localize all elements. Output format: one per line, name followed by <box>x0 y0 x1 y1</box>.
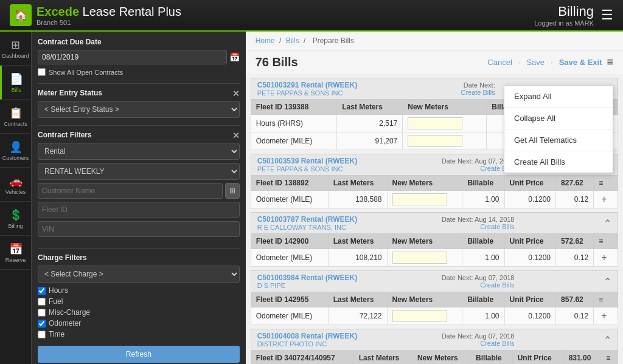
create-bills-0[interactable]: Create Bills <box>461 89 495 96</box>
create-bills-3[interactable]: Create Bills <box>480 281 514 289</box>
amount-header-3: 857.62 <box>556 292 594 307</box>
new-meter-input-0-0[interactable] <box>408 117 462 129</box>
amount-header-4: 831.00 <box>563 351 601 365</box>
save-link[interactable]: Save <box>526 58 545 67</box>
chevron-3[interactable]: ⌃ <box>604 276 611 287</box>
vehicles-label: Vehicles <box>5 189 26 195</box>
save-exit-link[interactable]: Save & Exit <box>559 58 602 67</box>
vehicles-icon: 🚗 <box>9 174 23 188</box>
sidebar-item-bills[interactable]: 📄 Bills <box>0 66 32 100</box>
new-meter-input-3-0[interactable] <box>392 310 447 322</box>
breadcrumb: Home / Bills / Prepare Bills <box>246 32 623 50</box>
sidebar-item-customers[interactable]: 👤 Customers <box>0 134 32 168</box>
last-meters-header-3: Last Meters <box>328 292 387 307</box>
unit-price-1-0: 0.1200 <box>504 191 556 208</box>
create-all-bills-item[interactable]: Create All Bills <box>504 151 613 173</box>
collapse-all-item[interactable]: Collapse All <box>504 108 613 129</box>
cancel-link[interactable]: Cancel <box>487 58 512 67</box>
new-meter-input-1-0[interactable] <box>392 193 447 205</box>
app-branding: 🏠 Excede Lease Rental Plus Branch 501 <box>10 4 181 26</box>
contract-due-date-input[interactable] <box>38 50 227 64</box>
dropdown-menu: Expand All Collapse All Get All Telemati… <box>504 85 613 173</box>
sidebar-item-vehicles[interactable]: 🚗 Vehicles <box>0 168 32 202</box>
bills-icon: 📄 <box>10 72 23 86</box>
row-plus-1-0[interactable]: + <box>599 194 609 205</box>
last-meter-0-0: 2,517 <box>337 115 403 132</box>
top-nav-right: Billing Logged in as MARK ☰ <box>534 4 613 27</box>
contract-id-0[interactable]: C501003291 Rental (RWEEK) <box>257 81 358 89</box>
create-bills-2[interactable]: Create Bills <box>480 223 514 230</box>
charge-misc-checkbox[interactable] <box>38 309 46 317</box>
contract-customer-1[interactable]: PETE PAPPAS & SONS INC <box>257 165 358 173</box>
billing-nav-label: Billing <box>8 223 23 229</box>
contract-id-1[interactable]: C501003539 Rental (RWEEK) <box>257 157 358 165</box>
select-charge-wrap: < Select Charge > <box>38 266 240 283</box>
meter-entry-close[interactable]: ✕ <box>232 89 240 98</box>
get-all-telematics-item[interactable]: Get All Telematics <box>504 129 613 151</box>
new-meters-header-3: New Meters <box>387 292 462 307</box>
show-all-open-checkbox[interactable]: Show All Open Contracts <box>38 68 240 76</box>
new-meter-input-2-0[interactable] <box>392 252 447 264</box>
chevron-4[interactable]: ⌃ <box>604 334 611 346</box>
charge-misc-label: Misc-Charge <box>49 308 90 317</box>
charge-filters-section: Charge Filters < Select Charge > Hours F… <box>38 253 240 364</box>
sidebar-item-billing[interactable]: 💲 Billing <box>0 202 32 236</box>
sidebar-item-dashboard[interactable]: ⊞ Dashboard <box>0 32 32 66</box>
sidebar-item-reserve[interactable]: 📅 Reserve <box>0 236 32 270</box>
filter2-select[interactable]: RENTAL WEEKLY <box>38 163 240 180</box>
home-icon[interactable]: 🏠 <box>10 4 32 26</box>
billable-header-3: Billable <box>462 292 504 307</box>
filter1-select[interactable]: Rental <box>38 143 240 160</box>
charge-hours-checkbox[interactable] <box>38 287 46 295</box>
unit-price-2-0: 0.1200 <box>504 249 556 267</box>
contract-id-3[interactable]: C501003984 Rental (RWEEK) <box>257 273 358 282</box>
contract-customer-0[interactable]: PETE PAPPAS & SONS INC <box>257 89 358 97</box>
dashboard-label: Dashboard <box>2 53 29 59</box>
logged-in-label: Logged in as MARK <box>534 19 594 27</box>
fleet-id-header-0: Fleet ID 139388 <box>251 100 337 115</box>
last-meters-header-0: Last Meters <box>337 100 403 115</box>
bills-label: Bills <box>12 87 22 93</box>
expand-all-item[interactable]: Expand All <box>504 86 613 108</box>
sidebar-item-contracts[interactable]: 📋 Contracts <box>0 100 32 134</box>
contract-customer-2[interactable]: R E CALLOWAY TRANS. INC <box>257 224 358 231</box>
contract-filters-close[interactable]: ✕ <box>232 131 240 140</box>
row-plus-3-0[interactable]: + <box>599 311 609 321</box>
bills-menu-button[interactable]: ≡ <box>607 56 613 69</box>
vin-input[interactable] <box>38 221 240 237</box>
charge-time-checkbox[interactable] <box>38 331 46 338</box>
last-meter-2-0: 108,210 <box>328 249 387 267</box>
new-meter-input-0-1[interactable] <box>408 135 462 147</box>
breadcrumb-bills[interactable]: Bills <box>286 36 299 45</box>
create-bills-4[interactable]: Create Bills <box>480 340 514 347</box>
fleet-id-header-4: Fleet ID 340724/140957 <box>251 351 353 365</box>
contract-customer-4[interactable]: DISTRICT PHOTO INC <box>257 340 358 348</box>
breadcrumb-home[interactable]: Home <box>256 36 275 45</box>
chevron-2[interactable]: ⌃ <box>604 218 611 229</box>
charge-fuel-label: Fuel <box>49 297 63 306</box>
customer-name-input[interactable] <box>38 183 223 199</box>
dashboard-icon: ⊞ <box>11 38 20 52</box>
contract-id-4[interactable]: C501004008 Rental (RWEEK) <box>257 332 358 340</box>
calendar-icon[interactable]: 📅 <box>229 52 240 62</box>
charge-fuel-checkbox[interactable] <box>38 298 46 306</box>
charge-time-label: Time <box>49 330 64 338</box>
fleet-id-input[interactable] <box>38 202 240 218</box>
last-meter-3-0: 72,122 <box>328 307 387 325</box>
refresh-button[interactable]: Refresh <box>38 346 240 363</box>
actions-header-1: ≡ <box>594 176 618 191</box>
actions-header-3: ≡ <box>594 292 618 307</box>
customers-icon: 👤 <box>9 140 23 154</box>
meter-entry-status-section: Meter Entry Status ✕ < Select Entry Stat… <box>38 89 240 118</box>
row-plus-2-0[interactable]: + <box>599 252 609 263</box>
sidebar-wrapper: ⊞ Dashboard 📄 Bills 📋 Contracts 👤 Custom… <box>0 32 246 364</box>
contract-id-2[interactable]: C501003787 Rental (RWEEK) <box>257 215 358 224</box>
customer-search-btn[interactable]: ⊞ <box>225 183 240 199</box>
show-all-open-input[interactable] <box>38 68 46 76</box>
contract-customer-3[interactable]: D S PIPE <box>257 282 358 289</box>
select-entry-wrap: < Select Entry Status > <box>38 101 240 118</box>
charge-odometer-checkbox[interactable] <box>38 320 46 328</box>
select-entry-status[interactable]: < Select Entry Status > <box>38 101 240 118</box>
hamburger-menu[interactable]: ☰ <box>601 7 613 23</box>
select-charge-select[interactable]: < Select Charge > <box>38 266 240 283</box>
